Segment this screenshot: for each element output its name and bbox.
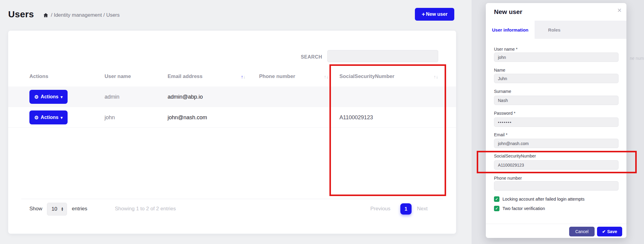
table-header-row: Actions User name Email address ↑↓ Phone… (8, 66, 456, 86)
surname-field[interactable] (494, 96, 619, 105)
actions-button-label: Actions (41, 94, 58, 100)
sort-asc-icon: ↑ (434, 74, 436, 79)
close-icon[interactable]: × (617, 7, 622, 14)
modal-title: New user (494, 8, 522, 15)
new-user-button-label: New user (426, 12, 447, 17)
search-label: SEARCH (281, 54, 322, 60)
sort-desc-icon: ↓ (326, 74, 329, 79)
pagination-previous[interactable]: Previous (370, 206, 390, 212)
name-label: Name (494, 68, 505, 73)
stepper-icon: ▲ ▼ (61, 207, 64, 211)
user-name-label: User name * (494, 47, 518, 52)
users-table-card: SEARCH Actions User name Email address ↑… (8, 31, 456, 234)
stepper-down-icon: ▼ (61, 209, 64, 211)
column-header-user-name[interactable]: User name (105, 66, 131, 86)
page-title: Users (8, 9, 34, 19)
phone-number-label: Phone number (494, 176, 522, 181)
showing-entries-text: Showing 1 to 2 of 2 entries (115, 206, 176, 212)
two-factor-checkbox-row: ✓ Two factor verification (494, 206, 545, 211)
password-field[interactable] (494, 117, 619, 127)
breadcrumb[interactable]: / Identity management / Users (43, 12, 120, 18)
table-row: ⚙ Actions ▾ admin admin@abp.io (8, 86, 456, 107)
show-label: Show (29, 206, 42, 212)
entries-label: entries (72, 206, 87, 212)
email-cell: john@nash.com (168, 107, 207, 128)
column-header-ssn[interactable]: SocialSecurityNumber (339, 66, 394, 86)
caret-down-icon: ▾ (61, 115, 63, 120)
user-name-cell: admin (105, 86, 119, 107)
pagination-next[interactable]: Next (417, 206, 428, 212)
users-page: Users / Identity management / Users + Ne… (0, 0, 472, 244)
modal-footer-divider (486, 224, 626, 224)
lockout-checkbox-label: Locking account after failed login attem… (502, 197, 585, 202)
tab-user-information[interactable]: User information (486, 21, 535, 39)
new-user-button[interactable]: + New user (415, 8, 454, 21)
actions-button-label: Actions (41, 115, 58, 120)
sort-desc-icon: ↓ (436, 74, 439, 79)
sort-icon-ssn[interactable]: ↑↓ (434, 66, 438, 86)
column-header-email-address[interactable]: Email address (168, 66, 202, 86)
email-cell: admin@abp.io (168, 86, 203, 107)
search-input[interactable] (327, 50, 438, 62)
sort-asc-icon: ↑ (241, 74, 243, 79)
gear-icon: ⚙ (34, 115, 38, 120)
user-name-cell: john (105, 107, 115, 128)
email-field[interactable] (494, 139, 619, 148)
new-user-modal: New user × User information Roles User n… (486, 3, 626, 238)
column-header-actions[interactable]: Actions (29, 66, 48, 86)
tab-roles[interactable]: Roles (535, 21, 574, 39)
actions-cell: ⚙ Actions ▾ (29, 86, 68, 107)
sort-desc-icon: ↓ (243, 74, 246, 79)
ssn-cell: A1100029123 (339, 107, 373, 128)
password-label: Password * (494, 111, 516, 116)
plus-icon: + (422, 11, 425, 18)
modal-tab-bar: User information Roles (486, 21, 626, 39)
column-header-phone-number[interactable]: Phone number (259, 66, 295, 86)
page-size-select[interactable]: 10 ▲ ▼ (47, 203, 67, 215)
table-row: ⚙ Actions ▾ john john@nash.com A11000291… (8, 107, 456, 128)
lockout-checkbox[interactable]: ✓ (494, 196, 499, 202)
two-factor-checkbox-label: Two factor verification (502, 206, 545, 211)
caret-down-icon: ▾ (61, 95, 63, 99)
actions-dropdown-button[interactable]: ⚙ Actions ▾ (29, 90, 68, 104)
check-icon: ✓ (495, 197, 498, 201)
user-name-field[interactable] (494, 53, 619, 62)
gear-icon: ⚙ (34, 94, 38, 100)
page-size-value: 10 (52, 206, 57, 212)
save-button-label: Save (607, 229, 617, 234)
backdrop-clipped-text: ne numbe (630, 56, 644, 61)
actions-cell: ⚙ Actions ▾ (29, 107, 68, 128)
save-check-icon: ✔ (602, 229, 606, 234)
ssn-field[interactable] (494, 160, 619, 170)
home-icon[interactable] (43, 12, 48, 18)
check-icon: ✓ (495, 206, 498, 211)
surname-label: Surname (494, 89, 511, 94)
sort-asc-icon: ↑ (324, 74, 326, 79)
save-button[interactable]: ✔ Save (597, 227, 622, 236)
pagination-page-1[interactable]: 1 (400, 203, 412, 215)
name-field[interactable] (494, 74, 619, 83)
sort-icon-phone[interactable]: ↑↓ (324, 66, 329, 86)
two-factor-checkbox[interactable]: ✓ (494, 206, 499, 211)
table-bottom-divider (21, 199, 443, 199)
cancel-button[interactable]: Cancel (569, 227, 595, 236)
lockout-checkbox-row: ✓ Locking account after failed login att… (494, 196, 585, 202)
actions-dropdown-button[interactable]: ⚙ Actions ▾ (29, 110, 68, 124)
breadcrumb-path: / Identity management / Users (51, 12, 120, 18)
sort-icon-email[interactable]: ↑↓ (241, 66, 245, 86)
phone-number-field[interactable] (494, 181, 619, 191)
email-label: Email * (494, 132, 507, 137)
ssn-label: SocialSecurityNumber (494, 154, 536, 158)
